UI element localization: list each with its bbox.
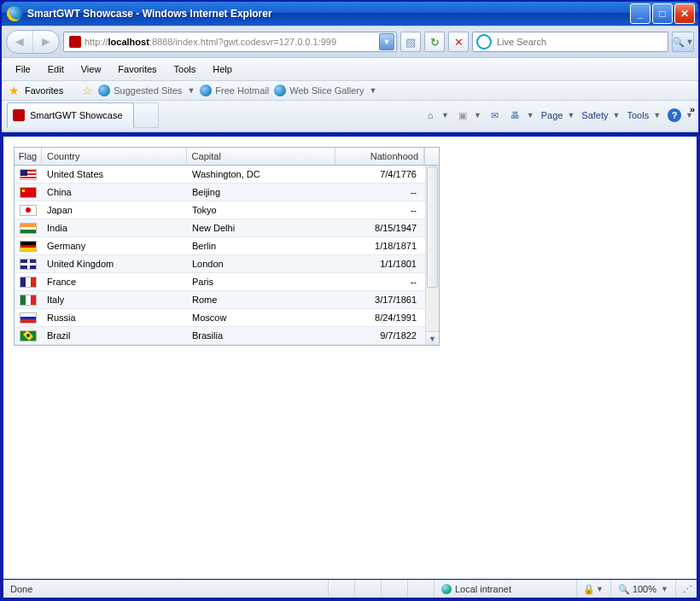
menu-view[interactable]: View: [74, 61, 108, 77]
cell-capital: London: [187, 259, 336, 269]
favorites-bar: ★ Favorites ☆ Suggested Sites ▼ Free Hot…: [2, 81, 698, 101]
read-mail-button[interactable]: ✉: [488, 108, 502, 122]
table-row[interactable]: FranceParis--: [15, 273, 425, 291]
scrollbar-thumb[interactable]: [427, 166, 438, 288]
status-bar: Done Local intranet 🔒▼ 🔍 100% ▼ ⋰: [3, 580, 697, 598]
table-row[interactable]: GermanyBerlin1/18/1871: [15, 237, 425, 255]
resize-grip[interactable]: ⋰: [676, 581, 697, 598]
flag-icon: [20, 169, 37, 180]
tab-active[interactable]: SmartGWT Showcase: [7, 102, 134, 128]
flag-icon: [20, 295, 37, 306]
menu-tools[interactable]: Tools: [167, 61, 203, 77]
overflow-chevron[interactable]: »: [690, 104, 695, 114]
status-seg: [408, 581, 435, 598]
print-button[interactable]: 🖶▼: [509, 108, 534, 122]
cell-country: India: [42, 223, 187, 233]
add-fav-icon[interactable]: ☆: [82, 84, 93, 97]
globe-icon: [441, 584, 452, 594]
menu-help[interactable]: Help: [206, 61, 239, 77]
minimize-button[interactable]: _: [630, 3, 650, 24]
cell-flag: [15, 259, 42, 270]
print-icon: 🖶: [509, 108, 522, 122]
safety-label: Safety: [581, 110, 608, 120]
nav-buttons: ◄ ►: [6, 30, 60, 54]
suggested-sites-link[interactable]: Suggested Sites ▼: [98, 85, 195, 96]
flag-icon: [20, 259, 37, 270]
cell-capital: New Delhi: [187, 223, 336, 233]
page-menu[interactable]: Page▼: [541, 110, 575, 120]
zoom-control[interactable]: 🔍 100% ▼: [611, 581, 676, 598]
header-country[interactable]: Country: [42, 148, 187, 165]
table-row[interactable]: JapanTokyo--: [15, 201, 425, 219]
header-capital[interactable]: Capital: [187, 148, 336, 165]
search-button[interactable]: 🔍▼: [672, 32, 694, 52]
table-row[interactable]: United KingdomLondon1/1/1801: [15, 255, 425, 273]
search-input[interactable]: [495, 36, 664, 48]
safety-menu[interactable]: Safety▼: [581, 110, 620, 120]
url-scheme: http://: [85, 37, 108, 47]
back-button[interactable]: ◄: [7, 31, 32, 53]
url-dropdown[interactable]: ▼: [379, 33, 394, 50]
country-grid: Flag Country Capital Nationhood United S…: [14, 147, 440, 346]
status-seg: [355, 581, 382, 598]
ie-small-icon: [98, 85, 110, 96]
table-row[interactable]: ItalyRome3/17/1861: [15, 291, 425, 309]
cell-flag: [15, 169, 42, 180]
cell-nationhood: 1/18/1871: [336, 241, 425, 251]
cell-nationhood: 8/15/1947: [336, 223, 425, 233]
page-label: Page: [541, 110, 563, 120]
table-row[interactable]: IndiaNew Delhi8/15/1947: [15, 219, 425, 237]
new-tab-button[interactable]: [134, 102, 159, 128]
cell-nationhood: --: [336, 277, 425, 287]
feeds-button[interactable]: ▣▼: [456, 108, 481, 122]
protected-mode[interactable]: 🔒▼: [577, 581, 611, 598]
chevron-down-icon: ▼: [369, 86, 376, 95]
grid-body-wrap: United StatesWashington, DC7/4/1776China…: [15, 166, 439, 345]
webslice-link[interactable]: Web Slice Gallery ▼: [274, 85, 376, 96]
refresh-button[interactable]: ↻: [424, 32, 445, 52]
maximize-button[interactable]: □: [652, 3, 673, 24]
close-button[interactable]: ✕: [674, 3, 695, 24]
header-scroll-spacer: [424, 148, 439, 165]
forward-button[interactable]: ►: [32, 31, 59, 53]
home-icon: ⌂: [423, 108, 437, 122]
scrollbar-track[interactable]: ▼: [425, 166, 439, 345]
cell-country: Russia: [42, 312, 187, 323]
cell-country: Germany: [42, 241, 187, 251]
cell-capital: Tokyo: [187, 205, 336, 215]
table-row[interactable]: ChinaBeijing--: [15, 184, 425, 201]
flag-icon: [20, 312, 37, 324]
table-row[interactable]: RussiaMoscow8/24/1991: [15, 309, 425, 327]
status-text: Done: [3, 581, 329, 598]
address-bar[interactable]: http://localhost:8888/index.html?gwt.cod…: [63, 32, 397, 52]
tools-label: Tools: [627, 110, 649, 120]
cell-capital: Berlin: [187, 241, 336, 251]
command-right: ⌂▼ ▣▼ ✉ 🖶▼ Page▼ Safety▼ Tools▼ ?▼: [423, 108, 693, 122]
header-nationhood[interactable]: Nationhood: [335, 148, 424, 165]
cell-flag: [15, 223, 42, 234]
menu-file[interactable]: File: [9, 61, 38, 77]
search-box[interactable]: [472, 32, 668, 52]
table-row[interactable]: BrazilBrasilia9/7/1822: [15, 327, 425, 345]
menu-edit[interactable]: Edit: [41, 61, 71, 77]
favorites-label[interactable]: Favorites: [25, 85, 63, 96]
hotmail-link[interactable]: Free Hotmail: [200, 85, 269, 96]
stop-button[interactable]: ✕: [448, 32, 469, 52]
status-seg: [329, 581, 355, 598]
table-row[interactable]: United StatesWashington, DC7/4/1776: [15, 166, 425, 184]
mail-icon: ✉: [488, 108, 502, 122]
cell-capital: Paris: [187, 277, 336, 287]
home-button[interactable]: ⌂▼: [423, 108, 449, 122]
tools-menu[interactable]: Tools▼: [627, 110, 661, 120]
menu-favorites[interactable]: Favorites: [111, 61, 163, 77]
cell-flag: [15, 241, 42, 252]
cell-capital: Moscow: [187, 312, 336, 323]
zone-label: Local intranet: [455, 584, 511, 594]
scroll-down-button[interactable]: ▼: [426, 331, 439, 345]
status-seg: [382, 581, 408, 598]
security-zone[interactable]: Local intranet: [435, 581, 577, 598]
cell-capital: Rome: [187, 295, 336, 305]
header-flag[interactable]: Flag: [15, 148, 42, 165]
compat-view-button[interactable]: ▧: [400, 32, 421, 52]
site-favicon: [69, 36, 81, 48]
